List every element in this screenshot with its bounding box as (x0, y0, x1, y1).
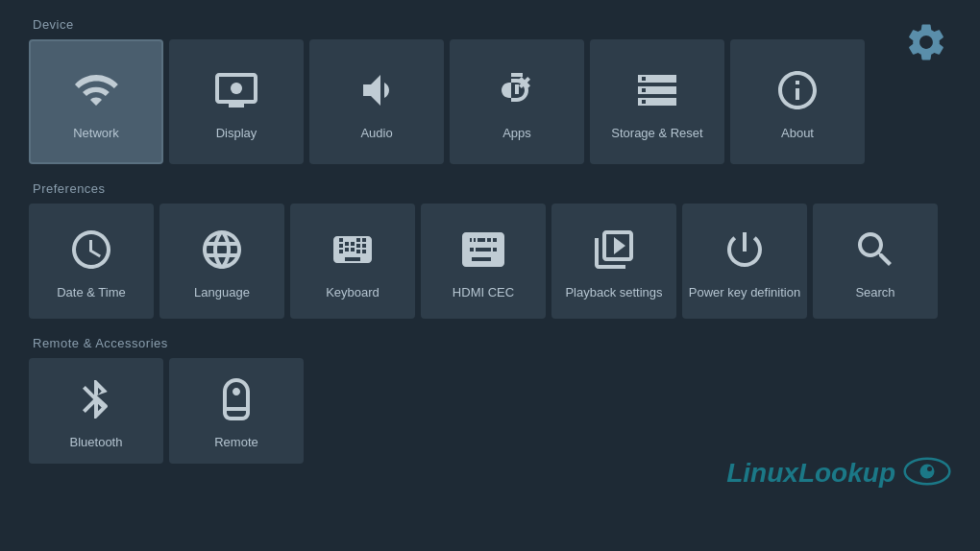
audio-tile[interactable]: Audio (309, 39, 444, 164)
language-tile[interactable]: Language (159, 204, 284, 319)
bluetooth-icon (70, 373, 122, 425)
date-time-tile[interactable]: Date & Time (29, 204, 154, 319)
apps-icon (491, 64, 543, 116)
remote-section-label: Remote & Accessories (29, 336, 951, 350)
device-section: Device Network Display Au (29, 17, 951, 164)
preferences-tiles-row: Date & Time Language Keyboard (29, 204, 951, 319)
watermark-eye-icon (903, 453, 951, 493)
device-section-label: Device (29, 17, 951, 32)
bluetooth-label: Bluetooth (70, 435, 123, 449)
playback-tile[interactable]: Playback settings (551, 204, 676, 319)
keyboard-tile[interactable]: Keyboard (290, 204, 415, 319)
wifi-icon (70, 64, 122, 116)
remote-tiles-row: Bluetooth Remote (29, 358, 951, 464)
svg-point-2 (920, 465, 935, 479)
bluetooth-tile[interactable]: Bluetooth (29, 358, 163, 464)
date-time-label: Date & Time (57, 285, 126, 299)
settings-container: Device Network Display Au (0, 0, 980, 498)
network-tile[interactable]: Network (29, 39, 163, 164)
remote-accessories-section: Remote & Accessories Bluetooth Remote (29, 336, 951, 464)
preferences-section: Preferences Date & Time Language (29, 181, 951, 319)
svg-point-3 (927, 467, 932, 471)
display-label: Display (216, 126, 257, 140)
power-key-label: Power key definition (689, 285, 800, 299)
search-label: Search (855, 285, 894, 299)
audio-label: Audio (360, 126, 392, 140)
hdmi-icon (457, 224, 509, 276)
clock-icon (65, 224, 117, 276)
about-tile[interactable]: About (730, 39, 865, 164)
apps-tile[interactable]: Apps (450, 39, 584, 164)
top-gear-icon[interactable] (901, 17, 951, 67)
network-label: Network (73, 126, 119, 140)
display-icon (210, 64, 262, 116)
keyboard-label: Keyboard (326, 285, 380, 299)
remote-tile[interactable]: Remote (169, 358, 304, 464)
storage-icon (631, 64, 683, 116)
power-key-tile[interactable]: Power key definition (682, 204, 807, 319)
remote-label: Remote (214, 435, 258, 449)
remote-icon (210, 373, 262, 425)
hdmi-cec-tile[interactable]: HDMI CEC (421, 204, 546, 319)
storage-reset-tile[interactable]: Storage & Reset (590, 39, 724, 164)
hdmi-cec-label: HDMI CEC (453, 285, 514, 299)
display-tile[interactable]: Display (169, 39, 304, 164)
playback-label: Playback settings (565, 285, 662, 299)
search-icon (849, 224, 901, 276)
keyboard-icon (327, 224, 379, 276)
about-icon (772, 64, 823, 116)
apps-label: Apps (502, 126, 531, 140)
power-icon (719, 224, 771, 276)
watermark-text: LinuxLookup (726, 458, 895, 489)
language-label: Language (194, 285, 250, 299)
watermark: LinuxLookup (726, 453, 951, 493)
audio-icon (351, 64, 403, 116)
device-tiles-row: Network Display Audio A (29, 39, 951, 164)
playback-icon (588, 224, 640, 276)
storage-reset-label: Storage & Reset (611, 126, 702, 140)
search-tile[interactable]: Search (813, 204, 938, 319)
preferences-section-label: Preferences (29, 181, 951, 196)
about-label: About (781, 126, 814, 140)
globe-icon (196, 224, 248, 276)
